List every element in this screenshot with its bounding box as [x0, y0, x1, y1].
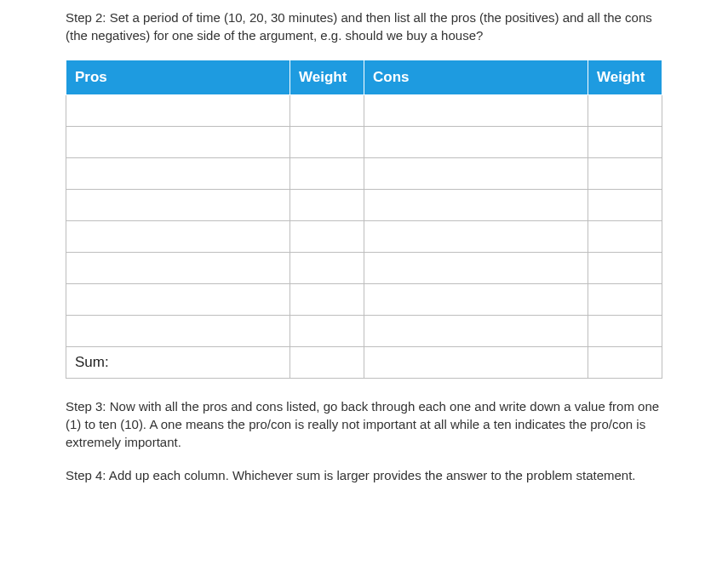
table-cell[interactable] — [290, 126, 364, 157]
table-row — [66, 315, 662, 346]
table-cell[interactable] — [364, 189, 588, 220]
table-cell[interactable] — [364, 315, 588, 346]
header-cons: Cons — [364, 60, 588, 95]
table-cell[interactable] — [290, 220, 364, 252]
table-cell[interactable] — [588, 189, 662, 220]
table-row — [66, 94, 662, 126]
table-body: Sum: — [66, 94, 662, 378]
sum-value-cell[interactable] — [364, 346, 588, 378]
header-weight-pros: Weight — [290, 60, 364, 95]
table-cell[interactable] — [66, 252, 290, 283]
table-cell[interactable] — [66, 283, 290, 315]
table-cell[interactable] — [364, 252, 588, 283]
table-cell[interactable] — [66, 220, 290, 252]
table-cell[interactable] — [290, 252, 364, 283]
table-cell[interactable] — [588, 157, 662, 189]
table-cell[interactable] — [66, 315, 290, 346]
sum-row: Sum: — [66, 346, 662, 378]
table-cell[interactable] — [588, 283, 662, 315]
step-2-text: Step 2: Set a period of time (10, 20, 30… — [66, 9, 662, 44]
table-row — [66, 252, 662, 283]
sum-value-cell[interactable] — [290, 346, 364, 378]
table-cell[interactable] — [66, 94, 290, 126]
table-row — [66, 220, 662, 252]
sum-value-cell[interactable] — [588, 346, 662, 378]
table-row — [66, 126, 662, 157]
header-weight-cons: Weight — [588, 60, 662, 95]
table-row — [66, 157, 662, 189]
table-cell[interactable] — [588, 220, 662, 252]
table-cell[interactable] — [588, 94, 662, 126]
table-cell[interactable] — [364, 283, 588, 315]
table-cell[interactable] — [66, 189, 290, 220]
table-cell[interactable] — [364, 220, 588, 252]
table-cell[interactable] — [290, 189, 364, 220]
table-row — [66, 283, 662, 315]
table-cell[interactable] — [588, 252, 662, 283]
table-header-row: Pros Weight Cons Weight — [66, 60, 662, 95]
table-cell[interactable] — [364, 94, 588, 126]
table-cell[interactable] — [588, 315, 662, 346]
table-cell[interactable] — [588, 126, 662, 157]
pros-cons-table: Pros Weight Cons Weight Sum: — [66, 60, 662, 379]
table-row — [66, 189, 662, 220]
sum-label-cell: Sum: — [66, 346, 290, 378]
table-cell[interactable] — [66, 157, 290, 189]
step-3-text: Step 3: Now with all the pros and cons l… — [66, 397, 662, 451]
table-cell[interactable] — [66, 126, 290, 157]
table-cell[interactable] — [364, 157, 588, 189]
table-cell[interactable] — [290, 157, 364, 189]
table-cell[interactable] — [364, 126, 588, 157]
table-cell[interactable] — [290, 315, 364, 346]
table-cell[interactable] — [290, 94, 364, 126]
step-4-text: Step 4: Add up each column. Whichever su… — [66, 466, 662, 484]
header-pros: Pros — [66, 60, 290, 95]
table-cell[interactable] — [290, 283, 364, 315]
